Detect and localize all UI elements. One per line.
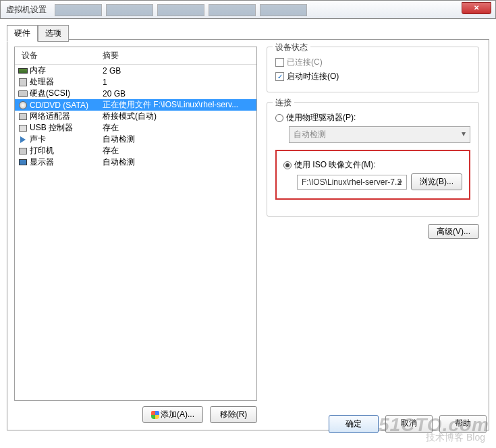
row-memory[interactable]: 内存 2 GB — [15, 65, 256, 76]
row-cpu[interactable]: 处理器 1 — [15, 76, 256, 88]
shield-icon — [151, 411, 159, 419]
status-legend: 设备状态 — [273, 42, 310, 53]
titlebar: 虚拟机设置 — [0, 0, 496, 19]
tab-hardware[interactable]: 硬件 — [7, 25, 38, 42]
close-button[interactable] — [462, 2, 491, 14]
connection-legend: 连接 — [273, 97, 294, 109]
connection-group: 连接 使用物理驱动器(P): 自动检测 使用 ISO 映像文件(M): — [267, 102, 479, 217]
cd-icon — [18, 101, 28, 110]
add-button[interactable]: 添加(A)... — [142, 406, 203, 423]
iso-row: 使用 ISO 映像文件(M): — [283, 159, 462, 171]
device-status-group: 设备状态 已连接(C) ✓ 启动时连接(O) — [267, 47, 479, 92]
connected-checkbox-row: 已连接(C) — [275, 57, 470, 68]
sound-icon — [18, 135, 28, 144]
row-usb[interactable]: USB 控制器 存在 — [15, 122, 256, 134]
startup-checkbox-row: ✓ 启动时连接(O) — [275, 71, 470, 82]
row-cddvd[interactable]: CD/DVD (SATA) 正在使用文件 F:\IOS\Linux\rhel-s… — [15, 99, 256, 111]
network-icon — [18, 112, 28, 121]
physical-combo[interactable]: 自动检测 — [289, 126, 470, 143]
startup-label: 启动时连接(O) — [287, 71, 339, 82]
ok-button[interactable]: 确定 — [329, 415, 379, 433]
tab-bar: 硬件选项 — [7, 24, 489, 39]
memory-icon — [18, 66, 28, 76]
row-sound[interactable]: 声卡 自动检测 — [15, 134, 256, 145]
help-button[interactable]: 帮助 — [439, 415, 487, 433]
remove-button[interactable]: 移除(R) — [210, 406, 257, 423]
physical-drive-row: 使用物理驱动器(P): — [275, 112, 470, 123]
tab-content: 设备 摘要 内存 2 GB 处理器 1 硬盘(SCSI) 20 GB — [7, 39, 489, 430]
browse-button[interactable]: 浏览(B)... — [411, 173, 462, 190]
list-header: 设备 摘要 — [15, 47, 256, 65]
connected-label: 已连接(C) — [287, 57, 323, 68]
disk-icon — [18, 89, 28, 99]
physical-label: 使用物理驱动器(P): — [286, 112, 356, 123]
left-panel: 设备 摘要 内存 2 GB 处理器 1 硬盘(SCSI) 20 GB — [14, 47, 257, 423]
advanced-button[interactable]: 高级(V)... — [428, 224, 479, 239]
header-device: 设备 — [15, 50, 103, 61]
iso-highlight-box: 使用 ISO 映像文件(M): F:\IOS\Linux\rhel-server… — [275, 150, 470, 200]
row-printer[interactable]: 打印机 存在 — [15, 145, 256, 157]
startup-checkbox[interactable]: ✓ — [275, 72, 284, 81]
physical-radio[interactable] — [275, 114, 283, 122]
right-panel: 设备状态 已连接(C) ✓ 启动时连接(O) 连接 使用物理驱动器(P): — [264, 47, 482, 423]
device-list[interactable]: 设备 摘要 内存 2 GB 处理器 1 硬盘(SCSI) 20 GB — [14, 47, 257, 401]
connected-checkbox[interactable] — [275, 58, 284, 67]
iso-label: 使用 ISO 映像文件(M): — [294, 159, 376, 171]
window-title: 虚拟机设置 — [6, 4, 47, 16]
tab-options[interactable]: 选项 — [38, 25, 69, 42]
cpu-icon — [18, 78, 28, 87]
iso-path-combo[interactable]: F:\IOS\Linux\rhel-server-7.2 — [297, 175, 407, 190]
row-network[interactable]: 网络适配器 桥接模式(自动) — [15, 111, 256, 122]
row-disk[interactable]: 硬盘(SCSI) 20 GB — [15, 88, 256, 99]
printer-icon — [18, 146, 28, 156]
iso-radio[interactable] — [283, 161, 292, 169]
display-icon — [18, 158, 28, 167]
header-summary: 摘要 — [103, 50, 256, 61]
background-thumbnails — [55, 1, 455, 20]
usb-icon — [18, 123, 28, 133]
footer-buttons: 确定 取消 帮助 — [329, 415, 487, 433]
cancel-button[interactable]: 取消 — [385, 415, 433, 433]
row-display[interactable]: 显示器 自动检测 — [15, 157, 256, 168]
